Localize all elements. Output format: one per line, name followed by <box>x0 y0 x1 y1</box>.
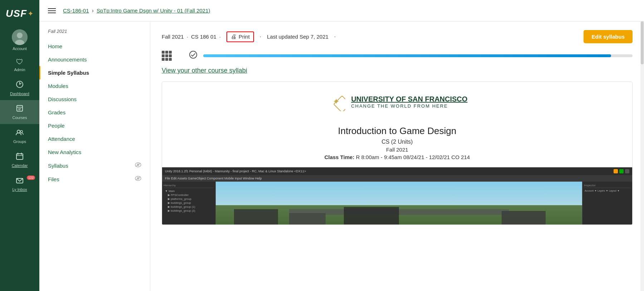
check-complete-icon <box>189 50 197 61</box>
scrollbar-track[interactable] <box>640 21 644 291</box>
sidebar-item-admin[interactable]: 🛡 Admin <box>0 54 39 76</box>
svg-text:✦: ✦ <box>333 98 339 105</box>
sidebar-groups-label: Groups <box>13 139 26 144</box>
scrollbar-thumb[interactable] <box>641 21 644 64</box>
nav-files[interactable]: Files <box>39 172 150 186</box>
sidebar-item-calendar[interactable]: Calendar <box>0 148 39 172</box>
breadcrumb-course[interactable]: CS-186-01 <box>63 8 89 14</box>
courses-icon <box>16 104 24 114</box>
dashboard-icon <box>16 80 24 90</box>
sidebar-courses-label: Courses <box>13 115 27 120</box>
usf-logo-svg: ✦ <box>327 93 345 111</box>
course-term-line: Fall 2021 <box>169 147 625 153</box>
unity-menu: File Edit Assets GameObject Component Mo… <box>165 177 262 180</box>
syllabus-content: Fall 2021 · CS 186 01 · 🖨 Print · Last u… <box>150 21 644 291</box>
nav-new-analytics[interactable]: New Analytics <box>39 146 150 159</box>
course-main-title: Introduction to Game Design <box>169 125 625 137</box>
shield-icon: 🛡 <box>16 58 23 66</box>
usf-university-name: UNIVERSITY OF SAN FRANCISCO <box>351 95 467 103</box>
app-logo: USF✦ <box>0 4 39 26</box>
avatar <box>12 29 28 45</box>
nav-attendance[interactable]: Attendance <box>39 132 150 146</box>
meta-course: CS 186 01 <box>191 34 216 40</box>
breadcrumb: CS-186-01 › SpTp:Intro Game Dsgn w/ Unit… <box>63 8 210 14</box>
sidebar-item-account[interactable]: Account <box>0 26 39 54</box>
sidebar-calendar-label: Calendar <box>12 163 28 168</box>
svg-point-9 <box>20 130 23 133</box>
sidebar-dashboard-label: Dashboard <box>10 92 29 96</box>
unity-topbar: Unity 2018.1.2f1 Personal (64bit) - Mann… <box>162 167 632 175</box>
sidebar-inbox-label: Ly Inbox <box>12 187 27 192</box>
class-time-line: Class Time: R 8:00am - 9:45am 08/24/21 -… <box>169 154 625 160</box>
hamburger-menu[interactable] <box>48 8 56 13</box>
unity-viewport <box>216 182 582 225</box>
sidebar-item-courses[interactable]: Courses <box>0 100 39 124</box>
print-label: Print <box>239 34 250 40</box>
course-title-section: Introduction to Game Design CS (2 Units)… <box>162 118 632 167</box>
sidebar-item-groups[interactable]: Groups <box>0 124 39 148</box>
svg-rect-10 <box>16 154 23 159</box>
syllabus-meta: Fall 2021 · CS 186 01 · <box>162 34 221 40</box>
eye-icon-syllabus <box>135 162 141 169</box>
syllabus-header: Fall 2021 · CS 186 01 · 🖨 Print · Last u… <box>162 30 633 43</box>
action-bar <box>162 50 633 61</box>
usf-header: ✦ UNIVERSITY OF SAN FRANCISCO CHANGE THE… <box>162 82 632 118</box>
usf-text: UNIVERSITY OF SAN FRANCISCO CHANGE THE W… <box>351 95 467 109</box>
logo-diamond: ✦ <box>28 9 34 18</box>
course-nav: Fall 2021 Home Announcements Simple Syll… <box>39 21 150 291</box>
unity-title: Unity 2018.1.2f1 Personal (64bit) - Mann… <box>165 169 306 173</box>
last-updated: Last updated Sep 7, 2021 <box>267 34 328 40</box>
usf-tagline: CHANGE THE WORLD FROM HERE <box>351 103 467 109</box>
groups-icon <box>16 128 24 138</box>
course-term: Fall 2021 <box>39 29 150 40</box>
svg-line-17 <box>136 163 141 167</box>
class-time-value: R 8:00am - 9:45am 08/24/21 - 12/02/21 CO… <box>356 154 470 160</box>
view-syllabi-link[interactable]: View your other course syllabi <box>162 67 633 74</box>
print-icon: 🖨 <box>231 34 236 40</box>
nav-modules[interactable]: Modules <box>39 79 150 93</box>
logo-text: USF <box>6 8 27 19</box>
eye-icon-files <box>135 176 141 182</box>
nav-home[interactable]: Home <box>39 40 150 53</box>
svg-point-1 <box>17 33 23 38</box>
nav-announcements[interactable]: Announcements <box>39 53 150 66</box>
progress-bar <box>203 54 611 57</box>
inbox-icon <box>16 176 24 186</box>
unity-hierarchy-panel: Hierarchy ▼ Main ▶ FPSController ▶ platf… <box>162 182 216 225</box>
svg-line-20 <box>136 177 141 180</box>
course-code: CS (2 Units) <box>169 139 625 145</box>
progress-bar-container <box>203 54 633 57</box>
class-time-label: Class Time: <box>325 154 355 160</box>
topbar: CS-186-01 › SpTp:Intro Game Dsgn w/ Unit… <box>39 0 644 21</box>
sidebar-account-label: Account <box>13 46 27 51</box>
inbox-badge: 122 <box>27 176 35 180</box>
unity-body: File Edit Assets GameObject Component Mo… <box>162 175 632 225</box>
nav-discussions[interactable]: Discussions <box>39 93 150 106</box>
sidebar-item-dashboard[interactable]: Dashboard <box>0 76 39 100</box>
breadcrumb-current-page[interactable]: SpTp:Intro Game Dsgn w/ Unity - 01 (Fall… <box>97 8 210 14</box>
nav-syllabus[interactable]: Syllabus <box>39 159 150 172</box>
main-content: CS-186-01 › SpTp:Intro Game Dsgn w/ Unit… <box>39 0 644 291</box>
print-button[interactable]: 🖨 Print <box>226 31 254 42</box>
breadcrumb-separator: › <box>92 8 94 14</box>
nav-people[interactable]: People <box>39 119 150 132</box>
nav-simple-syllabus[interactable]: Simple Syllabus <box>39 66 150 79</box>
svg-point-8 <box>17 130 20 133</box>
grid-view-icon[interactable] <box>162 51 172 61</box>
svg-point-21 <box>190 51 197 58</box>
content-area: Fall 2021 Home Announcements Simple Syll… <box>39 21 644 291</box>
sidebar-admin-label: Admin <box>14 68 25 72</box>
nav-grades[interactable]: Grades <box>39 106 150 119</box>
edit-syllabus-button[interactable]: Edit syllabus <box>584 30 633 43</box>
sidebar: USF✦ Account 🛡 Admin Dashboard <box>0 0 39 291</box>
unity-screenshot: Unity 2018.1.2f1 Personal (64bit) - Mann… <box>162 167 632 225</box>
meta-term: Fall 2021 <box>162 34 184 40</box>
unity-inspector-panel: Inspector Account ▼ Layers ▼ Layout ▼ <box>582 182 632 225</box>
sidebar-item-inbox[interactable]: 122 Ly Inbox <box>0 172 39 196</box>
usf-card: ✦ UNIVERSITY OF SAN FRANCISCO CHANGE THE… <box>162 82 633 225</box>
svg-rect-4 <box>17 105 23 111</box>
calendar-icon <box>16 152 24 162</box>
unity-window-controls <box>614 169 629 173</box>
